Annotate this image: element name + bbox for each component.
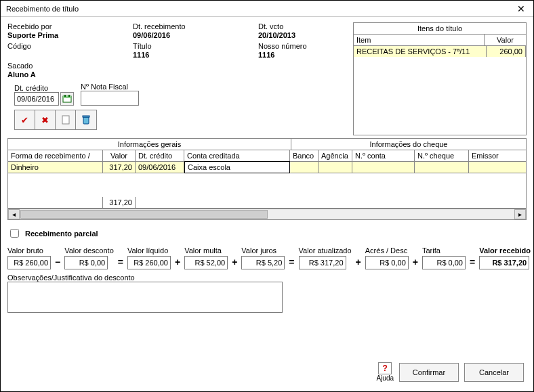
liq-label: Valor líquido — [127, 246, 171, 255]
cell-conta[interactable]: Caixa escola — [184, 161, 290, 173]
nota-label: Nº Nota Fiscal — [81, 83, 139, 91]
op-plus2: + — [230, 257, 239, 269]
col-valor[interactable]: Valor — [103, 150, 136, 161]
col-nconta[interactable]: N.º conta — [352, 150, 415, 161]
help-icon: ? — [378, 362, 392, 374]
multa-label: Valor multa — [184, 246, 228, 255]
sacado-value: Aluno A — [7, 70, 133, 79]
nosson-value: 1116 — [258, 51, 353, 59]
items-row-valor: 260,00 — [487, 46, 526, 57]
op-plus3: + — [354, 257, 363, 269]
liq-input[interactable] — [127, 256, 171, 269]
juros-input[interactable] — [241, 256, 285, 269]
confirm-button[interactable]: Confirmar — [399, 363, 459, 382]
help-label: Ajuda — [376, 374, 394, 382]
juros-label: Valor juros — [241, 246, 285, 255]
items-title: Itens do título — [354, 23, 527, 35]
grid-row[interactable]: Dinheiro 317,20 09/06/2016 Caixa escola — [8, 162, 526, 173]
op-minus: − — [54, 257, 62, 269]
desc-input[interactable] — [64, 256, 108, 269]
bruto-label: Valor bruto — [7, 246, 51, 255]
acres-input[interactable] — [365, 256, 409, 269]
tarifa-input[interactable] — [422, 256, 466, 269]
op-eq1: = — [117, 257, 125, 269]
items-col-valor: Valor — [485, 35, 527, 45]
close-icon[interactable]: ✕ — [514, 3, 528, 14]
scroll-right-icon[interactable]: ▸ — [514, 209, 526, 219]
col-dtc[interactable]: Dt. crédito — [136, 150, 184, 161]
cell-forma[interactable]: Dinheiro — [8, 162, 103, 173]
grid-group-cheque: Informações do cheque — [291, 139, 526, 150]
tarifa-label: Tarifa — [422, 246, 466, 255]
scroll-left-icon[interactable]: ◂ — [8, 209, 20, 219]
partial-label: Recebimento parcial — [25, 230, 98, 238]
codigo-label: Código — [7, 42, 133, 50]
header-area: Recebido por Suporte Prima Dt. recebimen… — [1, 17, 533, 135]
acres-label: Acrés / Desc — [365, 246, 409, 255]
dtvcto-value: 20/10/2013 — [258, 31, 353, 39]
items-panel: Itens do título Item Valor RECEITAS DE S… — [353, 22, 527, 135]
help-button[interactable]: ? Ajuda — [376, 362, 394, 382]
op-eq3: = — [468, 257, 476, 269]
scroll-thumb[interactable] — [20, 210, 268, 219]
window-title: Recebimento de título — [6, 5, 79, 13]
cell-nconta[interactable] — [352, 162, 415, 173]
calendar-icon[interactable] — [60, 92, 74, 106]
multa-input[interactable] — [184, 256, 228, 269]
items-row[interactable]: RECEITAS DE SERVIÇOS - 7ª/11 260,00 — [354, 46, 526, 57]
cell-ncheque[interactable] — [415, 162, 469, 173]
col-agencia[interactable]: Agência — [319, 150, 352, 161]
dtreceb-label: Dt. recebimento — [133, 22, 258, 30]
dtcredito-label: Dt. crédito — [14, 84, 74, 92]
cancel-button[interactable]: Cancelar — [464, 363, 524, 382]
col-ncheque[interactable]: N.º cheque — [415, 150, 469, 161]
obs-label: Observações/Justificativa do desconto — [7, 274, 527, 282]
confirm-edit-icon[interactable]: ✔ — [15, 110, 35, 129]
col-banco[interactable]: Banco — [290, 150, 319, 161]
svg-rect-2 — [64, 95, 66, 97]
svg-rect-1 — [63, 96, 71, 98]
svg-rect-3 — [68, 95, 70, 97]
grid-toolbar: ✔ ✖ — [14, 110, 97, 130]
desc-label: Valor desconto — [64, 246, 114, 255]
cancel-edit-icon[interactable]: ✖ — [35, 110, 56, 129]
cell-valor[interactable]: 317,20 — [103, 162, 136, 173]
cell-agencia[interactable] — [319, 162, 352, 173]
items-col-item: Item — [354, 35, 485, 45]
grid-group-general: Informações gerais — [8, 139, 291, 150]
grid-hscrollbar[interactable]: ◂ ▸ — [7, 209, 527, 220]
footer-forma — [8, 197, 103, 208]
footer-buttons: ? Ajuda Confirmar Cancelar — [376, 362, 524, 382]
footer-valor: 317,20 — [103, 197, 136, 208]
nosson-label: Nosso número — [258, 42, 353, 50]
obs-textarea[interactable] — [7, 282, 283, 313]
svg-rect-4 — [62, 116, 69, 124]
op-eq2: = — [287, 257, 295, 269]
values-row: Valor bruto − Valor desconto = Valor líq… — [7, 246, 527, 269]
delete-row-icon[interactable] — [76, 110, 96, 129]
items-row-item: RECEITAS DE SERVIÇOS - 7ª/11 — [354, 46, 487, 57]
nota-input[interactable] — [81, 91, 139, 106]
receb-label: Valor recebido — [479, 246, 531, 255]
receb-input[interactable] — [479, 256, 529, 269]
svg-rect-5 — [83, 116, 89, 117]
recebido-label: Recebido por — [7, 22, 133, 30]
new-row-icon[interactable] — [56, 110, 76, 129]
col-conta[interactable]: Conta creditada — [184, 150, 290, 161]
op-plus4: + — [411, 257, 419, 269]
cell-banco[interactable] — [290, 162, 319, 173]
bruto-input[interactable] — [7, 256, 51, 269]
dtcredito-input[interactable] — [14, 92, 59, 106]
partial-checkbox[interactable] — [10, 229, 19, 238]
op-plus1: + — [173, 257, 182, 269]
atual-label: Valor atualizado — [299, 246, 352, 255]
cell-dtc[interactable]: 09/06/2016 — [136, 162, 184, 173]
cell-emissor[interactable] — [469, 162, 526, 173]
recebido-value: Suporte Prima — [7, 31, 133, 39]
col-emissor[interactable]: Emissor — [469, 150, 526, 161]
dtreceb-value: 09/06/2016 — [133, 31, 258, 39]
col-forma[interactable]: Forma de recebimento / — [8, 150, 103, 161]
atual-input[interactable] — [299, 256, 346, 269]
sacado-label: Sacado — [7, 62, 133, 70]
titulo-value: 1116 — [133, 51, 258, 59]
